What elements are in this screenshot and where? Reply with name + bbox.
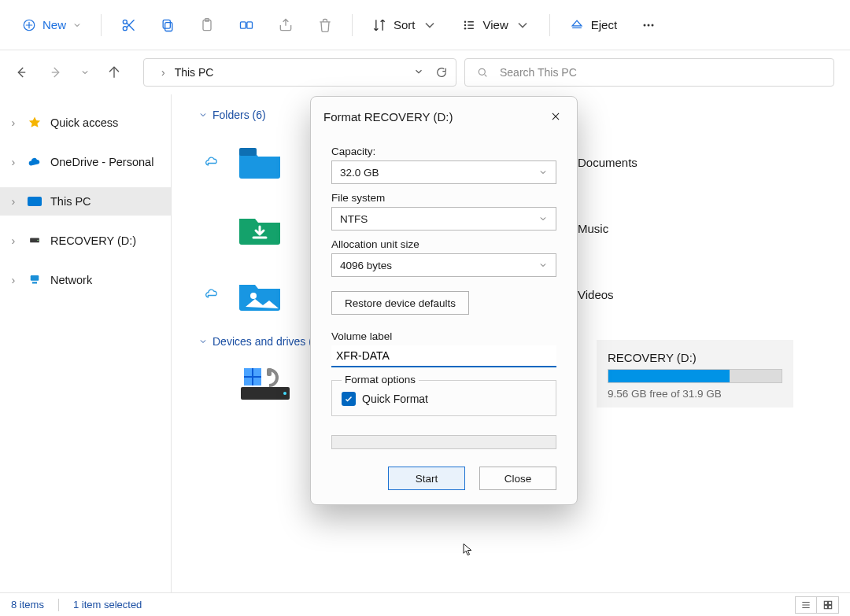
plus-circle-icon [22,18,36,32]
svg-rect-30 [824,601,827,604]
back-button[interactable] [8,59,35,86]
status-bar: 8 items 1 item selected [0,592,850,616]
sidebar-item-quick-access[interactable]: › Quick access [0,109,171,137]
restore-defaults-button[interactable]: Restore device defaults [331,291,469,315]
grid-icon [822,599,833,610]
svg-rect-25 [244,368,252,376]
more-menu[interactable] [631,9,666,41]
cloud-icon [27,154,42,170]
dialog-close-button[interactable] [545,106,566,127]
share-button[interactable] [268,9,303,41]
close-icon [550,111,561,122]
sidebar-item-recovery[interactable]: › RECOVERY (D:) [0,227,171,255]
list-lines-icon [800,599,811,610]
svg-rect-7 [241,21,246,28]
capacity-value: 32.0 GB [340,167,379,179]
address-bar[interactable]: › This PC [143,58,456,87]
delete-button[interactable] [308,9,342,41]
chevron-right-icon: › [8,274,19,286]
quick-format-checkbox[interactable] [342,392,356,406]
view-label: View [483,18,508,31]
status-item-count: 8 items [11,599,44,610]
chevron-right-icon: › [8,156,19,168]
sort-menu[interactable]: Sort [362,13,447,38]
drive-icon [27,233,42,249]
svg-rect-28 [253,378,261,385]
forward-button[interactable] [42,59,69,86]
drive-free-text: 9.56 GB free of 31.9 GB [608,388,782,400]
progress-bar [331,435,556,449]
rename-button[interactable] [229,9,264,41]
start-button[interactable]: Start [388,467,465,490]
paste-button[interactable] [190,9,224,41]
chevron-down-icon [515,17,530,33]
nav-row: › This PC Search This PC [0,50,850,94]
allocation-unit-select[interactable]: 4096 bytes [331,253,556,277]
svg-rect-8 [247,21,253,28]
volume-label-input[interactable] [331,345,556,367]
copy-icon [160,17,176,33]
sidebar-item-onedrive[interactable]: › OneDrive - Personal [0,148,171,176]
breadcrumb-chevron-icon: › [161,66,165,79]
svg-rect-29 [267,368,272,376]
recent-locations[interactable] [77,59,93,86]
pictures-folder-icon [238,277,282,312]
close-button[interactable]: Close [479,467,556,490]
cut-button[interactable] [111,9,146,41]
cloud-status-icon [205,155,219,169]
quick-format-label: Quick Format [362,393,428,405]
arrow-left-icon [14,65,28,79]
svg-point-12 [644,24,646,26]
svg-point-23 [283,392,286,395]
svg-rect-31 [828,601,831,604]
tiles-view-button[interactable] [817,596,839,614]
filesystem-label: File system [331,192,556,204]
restore-defaults-label: Restore device defaults [345,297,456,309]
filesystem-select[interactable]: NTFS [331,207,556,231]
devices-header-label: Devices and drives ( [213,335,312,348]
chevron-right-icon: › [8,116,19,129]
search-box[interactable]: Search This PC [464,58,834,87]
monitor-icon [27,194,42,209]
svg-point-17 [37,240,38,241]
allocation-unit-value: 4096 bytes [340,260,392,271]
svg-rect-3 [165,22,172,31]
allocation-unit-label: Allocation unit size [331,238,556,250]
navigation-pane: › Quick access › OneDrive - Personal › T… [0,94,172,592]
drive-item-recovery[interactable]: RECOVERY (D:) 9.56 GB free of 31.9 GB [597,340,793,408]
eject-button[interactable]: Eject [560,13,626,38]
drive-name: RECOVERY (D:) [608,351,782,369]
arrow-up-icon [107,65,121,79]
svg-point-9 [464,20,466,23]
system-drive-icon [238,363,293,403]
search-icon [476,66,489,79]
new-button[interactable]: New [13,13,91,37]
chevron-down-icon[interactable] [413,66,424,77]
dialog-title: Format RECOVERY (D:) [323,110,453,124]
svg-point-10 [464,24,466,26]
details-view-button[interactable] [795,596,817,614]
refresh-icon[interactable] [435,66,448,79]
chevron-down-icon [422,17,438,33]
breadcrumb-location[interactable]: This PC [175,66,214,79]
view-toggles [795,596,839,614]
folders-header-label: Folders (6) [213,109,266,121]
view-menu[interactable]: View [452,13,540,38]
trash-icon [317,17,333,33]
filesystem-value: NTFS [340,213,368,225]
downloads-folder-icon [238,211,282,245]
ellipsis-icon [641,17,656,33]
up-button[interactable] [101,59,128,86]
copy-button[interactable] [150,9,185,41]
chevron-down-icon [198,110,208,120]
folder-label: Documents [578,156,638,169]
sidebar-item-network[interactable]: › Network [0,266,171,294]
svg-rect-32 [824,605,827,608]
sidebar-item-this-pc[interactable]: › This PC [0,187,171,216]
chevron-down-icon [538,260,548,270]
capacity-select[interactable]: 32.0 GB [331,160,556,184]
clipboard-icon [199,17,215,33]
share-icon [278,17,294,33]
chevron-down-icon [80,68,90,77]
volume-label-label: Volume label [331,330,556,342]
